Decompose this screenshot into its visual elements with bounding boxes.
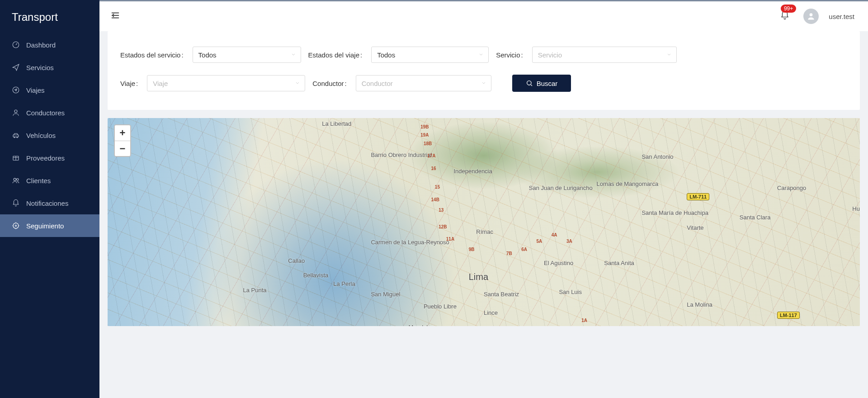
user-avatar-icon [807, 12, 816, 21]
sidebar-item-label: Clientes [26, 177, 51, 185]
map-road-number: 17A [427, 153, 435, 158]
chevron-down-icon [478, 51, 484, 59]
topbar: 99+ user.test [99, 1, 868, 31]
trip-state-select[interactable]: Todos [371, 47, 489, 63]
map-road-number: 19A [420, 133, 429, 137]
map-place-label: Barrio Obrero Industrial [371, 152, 432, 158]
svg-point-12 [527, 81, 531, 85]
zoom-in-button[interactable]: + [115, 125, 130, 141]
search-button-label: Buscar [537, 80, 558, 87]
search-button[interactable]: Buscar [512, 75, 571, 92]
filter-card: Estados del servicio Todos Estados del v… [108, 31, 860, 110]
map-road-number: 5A [536, 239, 542, 244]
map-road-number: 6A [521, 247, 527, 252]
trip-label: Viaje [120, 80, 138, 87]
zoom-out-button[interactable]: − [115, 141, 130, 156]
nav-list: DashbordServiciosViajesConductoresVehícu… [0, 33, 99, 237]
service-select[interactable]: Servicio [532, 47, 677, 63]
service-state-select[interactable]: Todos [193, 47, 301, 63]
map-route-shield: LM-117 [777, 312, 800, 319]
map-place-label: Bellavista [303, 272, 329, 279]
map-place-label: Santa Clara [740, 214, 771, 221]
notification-badge: 99+ [781, 5, 796, 13]
map-place-label: El Agustino [544, 260, 573, 266]
brand-title: Transport [0, 0, 99, 33]
gauge-icon [12, 41, 20, 49]
service-placeholder: Servicio [538, 51, 562, 59]
svg-point-9 [13, 223, 19, 228]
username-label: user.test [829, 13, 857, 20]
trip-state-value: Todos [377, 51, 395, 59]
map-place-label: Lince [484, 309, 498, 316]
sidebar-item-label: Conductores [26, 109, 65, 117]
map-card: + − Lima La LibertadBarrio Obrero Indust… [108, 118, 860, 326]
map-place-label: Santa Beatriz [484, 291, 519, 298]
send-icon [12, 63, 20, 71]
service-state-label: Estados del servicio [120, 51, 184, 59]
chevron-down-icon [291, 51, 296, 59]
trip-select[interactable]: Viaje [147, 75, 305, 91]
map-road-number: 14B [431, 197, 439, 202]
search-icon [526, 80, 533, 87]
notifications-button[interactable]: 99+ [780, 10, 790, 23]
map-place-label: La Libertad [322, 120, 351, 127]
main-area: 99+ user.test Estados del servicio Todos… [99, 0, 868, 398]
sidebar-item-dashbord[interactable]: Dashbord [0, 33, 99, 56]
sidebar-item-viajes[interactable]: Viajes [0, 79, 99, 101]
svg-point-1 [13, 87, 19, 93]
map-road-number: 13 [439, 208, 443, 213]
avatar[interactable] [803, 9, 819, 24]
sidebar-item-label: Notificaciones [26, 199, 68, 207]
map-road-number: 15 [435, 185, 440, 190]
sidebar-toggle-button[interactable] [110, 10, 120, 22]
map-place-label: Pueblo Libre [424, 303, 457, 310]
trip-state-label: Estados del viaje [308, 51, 363, 59]
map-place-label: La Molina [687, 301, 712, 308]
map-road-number: 11A [446, 237, 454, 242]
driver-placeholder: Conductor [362, 80, 393, 87]
svg-point-10 [15, 225, 17, 227]
service-label: Servicio [496, 51, 523, 59]
map-place-label: La Perla [333, 280, 355, 287]
map-place-label: Santa Anita [604, 260, 634, 266]
svg-point-2 [14, 110, 17, 113]
map-place-label: San Luis [559, 289, 582, 295]
map-place-label: Rímac [476, 228, 493, 235]
map-place-label: San Juan de Lurigancho [529, 185, 593, 191]
sidebar-item-label: Proveedores [26, 154, 65, 162]
sidebar-item-label: Viajes [26, 86, 45, 94]
target-icon [12, 222, 20, 230]
sidebar-item-servicios[interactable]: Servicios [0, 56, 99, 79]
map-place-label: Carapongo [777, 185, 806, 191]
sidebar-item-label: Seguimiento [26, 222, 64, 230]
sidebar-item-seguimiento[interactable]: Seguimiento [0, 214, 99, 237]
user-icon [12, 109, 20, 117]
menu-fold-icon [110, 10, 120, 20]
svg-point-8 [17, 179, 19, 181]
driver-label: Conductor [312, 80, 346, 87]
map-place-label: Huaycán [852, 205, 860, 212]
sidebar-item-proveedores[interactable]: Proveedores [0, 147, 99, 169]
service-state-value: Todos [198, 51, 217, 59]
map-surface[interactable]: + − Lima La LibertadBarrio Obrero Indust… [108, 118, 860, 326]
svg-point-11 [810, 13, 813, 16]
car-icon [12, 131, 20, 139]
map-place-label: La Punta [243, 287, 267, 294]
svg-rect-3 [13, 135, 19, 137]
map-place-label: San Miguel [371, 291, 400, 298]
map-road-number: 18B [424, 141, 432, 146]
users-icon [12, 176, 20, 185]
sidebar-item-notificaciones[interactable]: Notificaciones [0, 192, 99, 214]
sidebar-item-clientes[interactable]: Clientes [0, 169, 99, 192]
map-place-label: Vitarte [687, 224, 703, 231]
map-city-primary: Lima [469, 272, 488, 282]
driver-select[interactable]: Conductor [356, 75, 491, 91]
map-road-number: 9B [469, 247, 475, 252]
sidebar-item-vehiculos[interactable]: Vehículos [0, 124, 99, 147]
map-place-label: Independencia [453, 168, 492, 175]
map-road-number: 3A [566, 239, 572, 244]
sidebar-item-label: Vehículos [26, 132, 56, 139]
map-road-number: 16 [431, 166, 436, 171]
package-icon [12, 154, 20, 162]
sidebar-item-conductores[interactable]: Conductores [0, 101, 99, 124]
